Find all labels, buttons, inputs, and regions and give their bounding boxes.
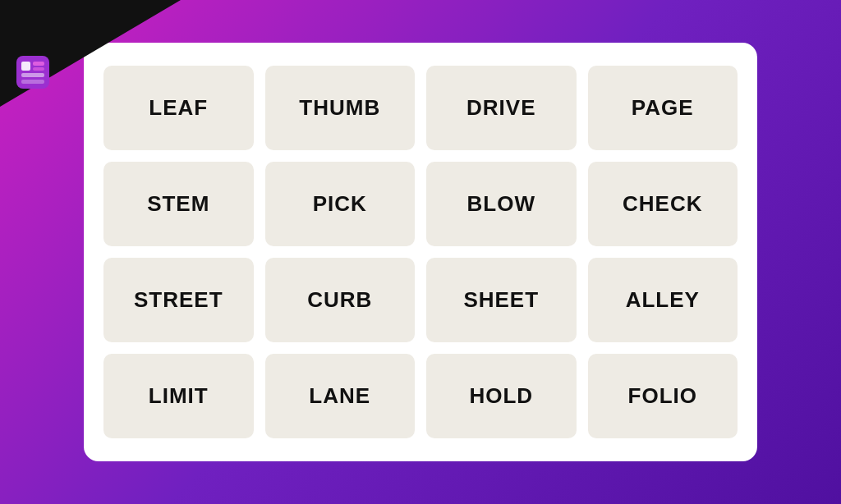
tile-folio[interactable]: FOLIO — [588, 354, 738, 438]
svg-rect-3 — [33, 67, 44, 71]
tile-page[interactable]: PAGE — [588, 66, 738, 150]
svg-rect-2 — [33, 62, 44, 66]
grid-row-2: STEM PICK BLOW CHECK — [103, 162, 738, 246]
tile-check[interactable]: CHECK — [588, 162, 738, 246]
word-grid-card: LEAF THUMB DRIVE PAGE STEM PICK BLOW CHE… — [84, 43, 757, 461]
tile-lane[interactable]: LANE — [265, 354, 416, 438]
tile-blow[interactable]: BLOW — [426, 162, 577, 246]
tile-hold[interactable]: HOLD — [426, 354, 577, 438]
app-icon — [16, 56, 49, 89]
tile-limit[interactable]: LIMIT — [103, 354, 254, 438]
grid-row-3: STREET CURB SHEET ALLEY — [103, 258, 738, 342]
grid-row-4: LIMIT LANE HOLD FOLIO — [103, 354, 738, 438]
tile-sheet[interactable]: SHEET — [426, 258, 577, 342]
svg-rect-5 — [21, 80, 44, 84]
svg-rect-4 — [21, 73, 44, 77]
tile-thumb[interactable]: THUMB — [265, 66, 416, 150]
tile-stem[interactable]: STEM — [103, 162, 254, 246]
tile-curb[interactable]: CURB — [265, 258, 416, 342]
tile-leaf[interactable]: LEAF — [103, 66, 254, 150]
tile-pick[interactable]: PICK — [265, 162, 416, 246]
tile-drive[interactable]: DRIVE — [426, 66, 577, 150]
tile-alley[interactable]: ALLEY — [588, 258, 738, 342]
grid-row-1: LEAF THUMB DRIVE PAGE — [103, 66, 738, 150]
tile-street[interactable]: STREET — [103, 258, 254, 342]
svg-rect-1 — [21, 62, 30, 71]
